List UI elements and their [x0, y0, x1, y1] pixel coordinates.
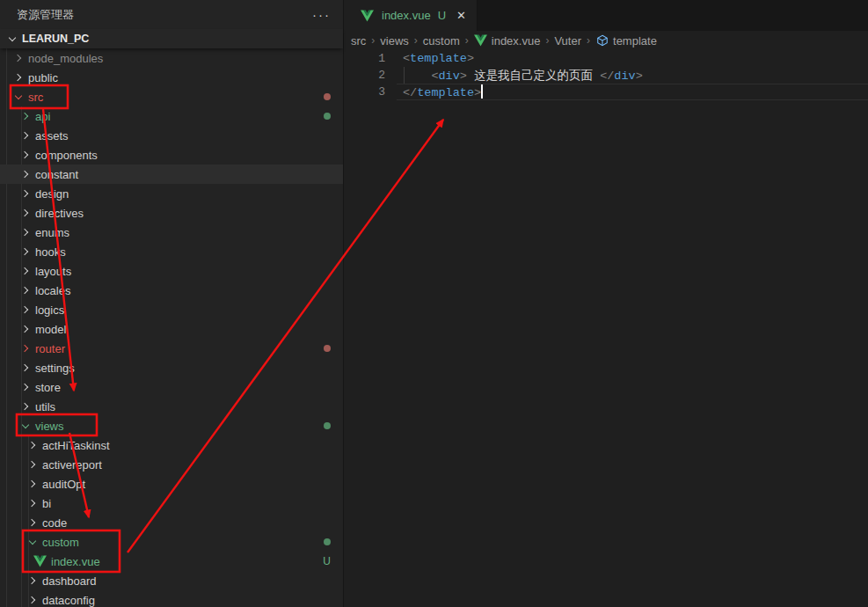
- tree-item-locales[interactable]: locales: [0, 281, 343, 300]
- tree-item-store[interactable]: store: [0, 377, 343, 397]
- tree-item-custom[interactable]: custom: [0, 532, 343, 552]
- tree-item-api[interactable]: api: [0, 106, 343, 126]
- close-icon[interactable]: ✕: [456, 9, 466, 22]
- tree-item-label: custom: [42, 536, 79, 549]
- line-number: 1: [344, 52, 385, 65]
- tree-item-code[interactable]: code: [0, 513, 343, 532]
- tree-item-dashboard[interactable]: dashboard: [0, 571, 343, 590]
- chevron-right-icon[interactable]: [11, 68, 26, 87]
- tree-item-utils[interactable]: utils: [0, 397, 343, 416]
- chevron-right-icon[interactable]: [25, 590, 40, 607]
- chevron-down-icon[interactable]: [11, 87, 26, 106]
- text-cursor: [481, 84, 483, 99]
- tree-item-hooks[interactable]: hooks: [0, 242, 343, 261]
- tree-item-model[interactable]: model: [0, 319, 343, 339]
- tree-item-activereport[interactable]: activereport: [0, 455, 343, 474]
- chevron-right-icon[interactable]: [11, 48, 26, 68]
- tree-item-label: locales: [35, 284, 70, 297]
- chevron-right-icon[interactable]: [18, 126, 33, 145]
- chevron-right-icon[interactable]: [25, 571, 40, 590]
- vue-file-icon: [33, 554, 47, 568]
- tree-item-logics[interactable]: logics: [0, 300, 343, 319]
- chevron-right-icon[interactable]: [18, 319, 33, 339]
- chevron-right-icon[interactable]: [18, 358, 33, 377]
- tree-item-router[interactable]: router: [0, 339, 343, 358]
- chevron-right-icon[interactable]: [18, 203, 33, 223]
- git-untracked-badge: U: [323, 552, 331, 571]
- breadcrumb-item-template[interactable]: template: [595, 33, 657, 48]
- tree-item-settings[interactable]: settings: [0, 358, 343, 377]
- chevron-down-icon[interactable]: [18, 416, 33, 435]
- tree-item-auditOpt[interactable]: auditOpt: [0, 474, 343, 494]
- tree-item-bi[interactable]: bi: [0, 494, 343, 513]
- chevron-right-icon[interactable]: [18, 223, 33, 242]
- chevron-right-icon[interactable]: [25, 494, 40, 513]
- code-line-3[interactable]: 3</template>: [344, 84, 868, 100]
- explorer-header: 资源管理器 ···: [0, 0, 343, 29]
- breadcrumb-item-index.vue[interactable]: index.vue: [474, 33, 541, 48]
- tree-item-label: actHiTaskinst: [42, 439, 110, 452]
- code-editor[interactable]: 1<template>2 <div> 这是我自己定义的页面 </div>3</t…: [344, 50, 868, 100]
- breadcrumb-item-Vuter[interactable]: Vuter: [554, 34, 581, 48]
- tree-item-components[interactable]: components: [0, 145, 343, 165]
- code-text: </template>: [385, 84, 483, 100]
- tree-item-label: index.vue: [51, 555, 100, 568]
- tree-item-label: views: [35, 420, 64, 433]
- more-actions-icon[interactable]: ···: [312, 11, 331, 18]
- tree-item-assets[interactable]: assets: [0, 126, 343, 145]
- chevron-right-icon[interactable]: [18, 339, 33, 358]
- untracked-dot-badge: [324, 106, 331, 126]
- chevron-down-icon[interactable]: [25, 532, 40, 552]
- tab-git-status: U: [438, 9, 446, 22]
- tree-item-dataconfig[interactable]: dataconfig: [0, 590, 343, 607]
- root-folder-row[interactable]: LEARUN_PC: [0, 29, 343, 48]
- tree-item-label: bi: [42, 497, 51, 510]
- code-line-1[interactable]: 1<template>: [344, 50, 868, 67]
- breadcrumb-item-src[interactable]: src: [351, 34, 366, 48]
- vue-file-icon: [474, 33, 488, 48]
- chevron-right-icon[interactable]: [18, 165, 33, 184]
- tree-item-src[interactable]: src: [0, 87, 343, 106]
- tree-item-index.vue[interactable]: index.vueU: [0, 552, 343, 571]
- chevron-right-icon[interactable]: [18, 145, 33, 165]
- chevron-right-icon[interactable]: [18, 300, 33, 319]
- untracked-dot-badge: [324, 416, 331, 435]
- chevron-right-icon[interactable]: [18, 184, 33, 203]
- tree-item-label: dashboard: [42, 574, 96, 588]
- tree-item-label: node_modules: [28, 52, 103, 65]
- tree-item-node_modules[interactable]: node_modules: [0, 48, 343, 68]
- chevron-right-icon[interactable]: [25, 474, 40, 494]
- tree-item-directives[interactable]: directives: [0, 203, 343, 223]
- chevron-right-icon[interactable]: [25, 435, 40, 455]
- problem-dot-badge: [324, 87, 331, 106]
- chevron-right-icon[interactable]: [25, 513, 40, 532]
- tree-item-views[interactable]: views: [0, 416, 343, 435]
- tab-label: index.vue: [382, 9, 431, 22]
- tree-item-label: dataconfig: [42, 594, 95, 607]
- code-line-2[interactable]: 2 <div> 这是我自己定义的页面 </div>: [344, 67, 868, 84]
- tree-item-enums[interactable]: enums: [0, 223, 343, 242]
- tree-item-label: constant: [35, 168, 78, 181]
- chevron-right-icon[interactable]: [18, 397, 33, 416]
- breadcrumb-label: custom: [423, 34, 460, 48]
- tab-index-vue[interactable]: index.vue U ✕: [344, 0, 478, 31]
- tree-item-label: code: [42, 516, 67, 530]
- breadcrumb-item-views[interactable]: views: [380, 34, 409, 48]
- chevron-right-icon[interactable]: [18, 281, 33, 300]
- tree-item-label: utils: [35, 400, 55, 413]
- chevron-right-icon[interactable]: [18, 242, 33, 261]
- root-folder-label: LEARUN_PC: [22, 33, 89, 45]
- breadcrumb-label: template: [613, 34, 657, 48]
- chevron-right-icon[interactable]: [18, 377, 33, 397]
- chevron-right-icon[interactable]: [25, 455, 40, 474]
- breadcrumb-item-custom[interactable]: custom: [423, 34, 460, 48]
- tree-item-design[interactable]: design: [0, 184, 343, 203]
- tree-item-layouts[interactable]: layouts: [0, 261, 343, 281]
- chevron-down-icon: [4, 29, 20, 48]
- chevron-right-icon[interactable]: [18, 261, 33, 281]
- breadcrumb-separator-icon: ›: [545, 34, 549, 47]
- tree-item-public[interactable]: public: [0, 68, 343, 87]
- tree-item-constant[interactable]: constant: [0, 165, 343, 184]
- tree-item-actHiTaskinst[interactable]: actHiTaskinst: [0, 435, 343, 455]
- chevron-right-icon[interactable]: [18, 106, 33, 126]
